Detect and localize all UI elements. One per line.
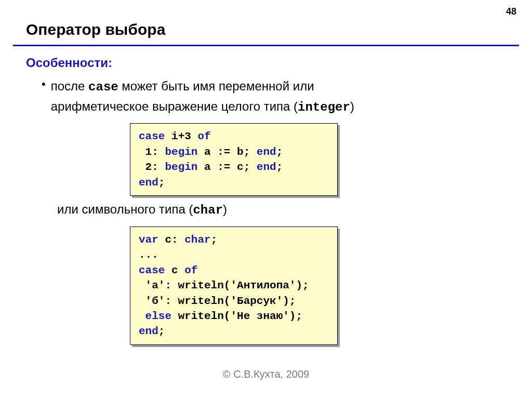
bullet-line2-pre: арифметическое выражение целого типа ( xyxy=(51,99,298,113)
bullet-line1-mono: case xyxy=(88,80,118,94)
code-text: ; xyxy=(276,146,283,158)
bullet-item: • после case может быть имя переменной и… xyxy=(0,70,532,117)
code-text: ; xyxy=(158,177,165,189)
mid-line: или символьного типа (char) xyxy=(0,196,532,217)
bullet-line1-pre: после xyxy=(51,79,88,93)
code-text xyxy=(139,310,145,322)
code-block-integer: case i+3 of 1: begin a := b; end; 2: beg… xyxy=(130,123,338,196)
code-text: ... xyxy=(139,249,158,261)
page-number: 48 xyxy=(506,6,516,17)
code-text: c xyxy=(165,264,184,276)
code-text: ; xyxy=(276,161,283,173)
code-kw: else xyxy=(145,310,171,322)
mid-line-post: ) xyxy=(223,202,227,216)
code-kw: end xyxy=(139,325,158,337)
bullet-line2-post: ) xyxy=(350,99,354,113)
code-kw: of xyxy=(184,264,197,276)
code-text: writeln('Не знаю'); xyxy=(171,310,302,322)
code-block-char: var c: char; ... case c of 'а': writeln(… xyxy=(130,227,338,345)
code-kw: end xyxy=(257,161,276,173)
code-text: a := b; xyxy=(197,146,256,158)
code-text: ; xyxy=(158,325,165,337)
code-kw: begin xyxy=(165,146,197,158)
code-text: 'а': writeln('Антилопа'); xyxy=(139,280,309,291)
bullet-line1-post: может быть имя переменной или xyxy=(118,79,314,93)
mid-line-pre: или символьного типа ( xyxy=(57,202,193,216)
footer-copyright: © С.В.Кухта, 2009 xyxy=(0,368,532,380)
code-kw: begin xyxy=(165,161,197,173)
code-text: c: xyxy=(158,234,184,246)
code-kw: end xyxy=(257,146,276,158)
mid-line-mono: char xyxy=(193,203,223,217)
code-kw: char xyxy=(184,234,210,246)
code-kw: var xyxy=(139,234,158,246)
section-heading: Особенности: xyxy=(0,46,532,70)
code-kw: of xyxy=(197,130,210,142)
code-text: 'б': writeln('Барсук'); xyxy=(139,295,296,307)
code-text: ; xyxy=(211,234,218,246)
bullet-text: после case может быть имя переменной или… xyxy=(51,76,354,117)
bullet-dot-icon: • xyxy=(42,76,46,90)
code-text: 2: xyxy=(139,161,165,173)
bullet-line2-mono: integer xyxy=(298,100,350,114)
code-text: 1: xyxy=(139,146,165,158)
code-text: a := c; xyxy=(197,161,256,173)
code-kw: case xyxy=(139,130,165,142)
code-kw: end xyxy=(139,177,158,189)
code-text: i+3 xyxy=(165,130,197,142)
slide-title: Оператор выбора xyxy=(0,0,532,45)
code-kw: case xyxy=(139,264,165,276)
